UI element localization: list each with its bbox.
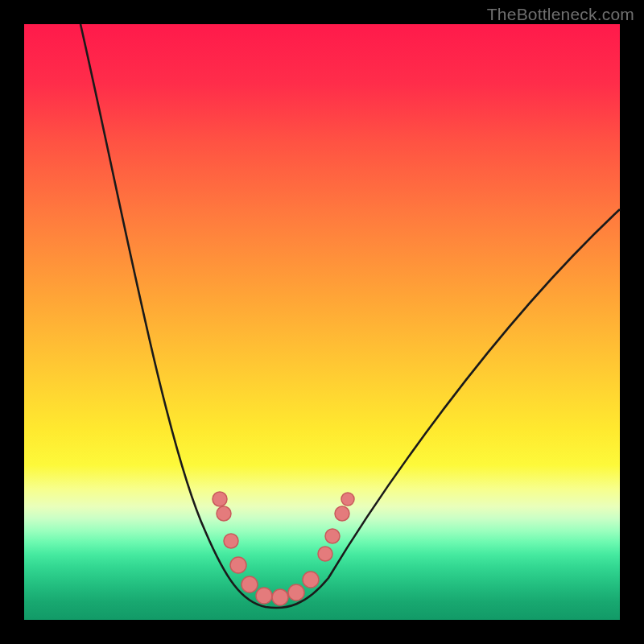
data-marker (335, 506, 349, 521)
data-marker (325, 529, 340, 543)
data-marker (213, 492, 227, 506)
chart-plot-area (24, 24, 620, 620)
bottleneck-curve (80, 24, 620, 608)
watermark-text: TheBottleneck.com (487, 5, 634, 24)
marker-group (213, 492, 354, 605)
data-marker (341, 493, 354, 506)
data-marker (318, 547, 332, 561)
data-marker (256, 588, 272, 604)
data-marker (272, 589, 288, 605)
data-marker (230, 557, 246, 573)
data-marker (242, 576, 258, 592)
data-marker (224, 534, 238, 548)
data-marker (217, 506, 231, 521)
chart-frame: TheBottleneck.com (0, 0, 644, 644)
data-marker (303, 572, 319, 588)
data-marker (288, 584, 304, 601)
chart-svg (24, 24, 620, 620)
